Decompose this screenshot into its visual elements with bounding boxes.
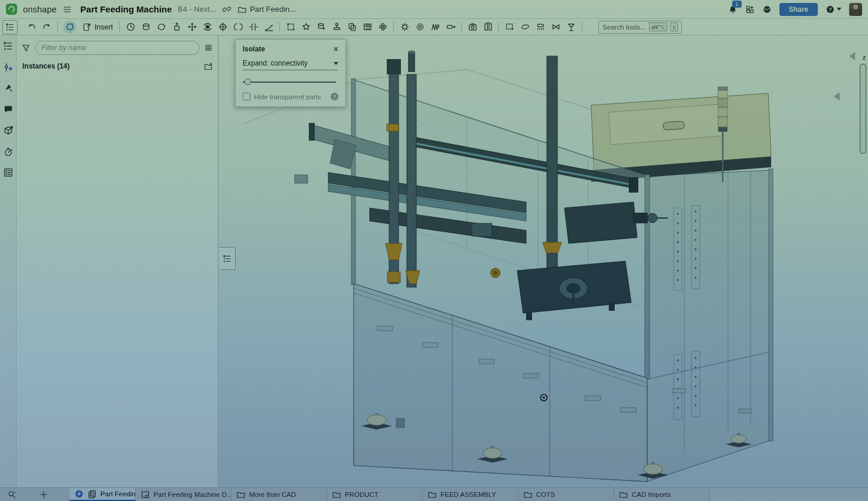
avatar[interactable]	[849, 3, 862, 16]
main-menu-icon[interactable]	[63, 5, 72, 14]
toolbar-separator	[393, 22, 394, 32]
onshape-logo-icon[interactable]	[6, 4, 17, 15]
expand-mode-select[interactable]: Expand: connectivity	[243, 59, 338, 70]
insert-button[interactable]: Insert	[79, 20, 116, 34]
bom-table-icon	[363, 22, 373, 32]
document-tab-cots[interactable]: COTS	[518, 488, 614, 501]
share-button[interactable]: Share	[779, 3, 818, 16]
fastened-mate-icon	[141, 22, 151, 32]
appearance-button[interactable]	[517, 20, 533, 34]
document-tab-part-feeding-machine[interactable]: Part Feeding Machine	[70, 488, 136, 501]
revolve-tool-button[interactable]	[298, 20, 314, 34]
history-icon	[126, 22, 136, 32]
insert-icon	[82, 22, 92, 32]
properties-panel-button[interactable]	[3, 125, 14, 136]
bom-panel-button[interactable]	[3, 167, 14, 178]
assembly-tree-button[interactable]	[3, 40, 14, 51]
search-tabs-icon[interactable]	[7, 490, 17, 499]
bom-panel-icon	[3, 167, 14, 178]
app-store-icon[interactable]	[745, 5, 755, 14]
filter-row: Filter by name	[17, 40, 218, 56]
notifications-button[interactable]: 1	[728, 4, 738, 15]
versions-panel-button[interactable]	[3, 146, 14, 157]
link-icon[interactable]	[222, 5, 231, 14]
properties-panel-icon	[3, 125, 14, 136]
panel-collapse-tab[interactable]	[219, 247, 236, 270]
transform-copy-button[interactable]	[344, 20, 360, 34]
planar-mate-button[interactable]	[184, 20, 200, 34]
folder-icon	[236, 490, 246, 499]
compare-button[interactable]	[480, 20, 495, 34]
display-states-button[interactable]	[533, 20, 548, 34]
toolbar-separator	[119, 22, 120, 32]
toolbar-separator	[461, 22, 462, 32]
panel-expand-arrow-icon[interactable]	[834, 92, 840, 100]
configurations-panel-button[interactable]	[3, 61, 14, 73]
rotate-view-button[interactable]	[63, 21, 76, 34]
undo-button[interactable]	[24, 20, 39, 34]
mate-connector-icon	[332, 22, 342, 32]
revolute-mate-button[interactable]	[154, 20, 169, 34]
section-view-button[interactable]	[502, 20, 517, 34]
tab-bar-empty-space	[710, 488, 868, 501]
help-icon[interactable]: ?	[331, 93, 338, 100]
comments-panel-button[interactable]	[3, 103, 14, 115]
tab-bar: Part Feeding MachinePart Feeding Machine…	[0, 487, 868, 501]
mate-connector-button[interactable]	[329, 20, 344, 34]
panel-expand-arrow-icon[interactable]	[849, 52, 855, 60]
filter-input[interactable]: Filter by name	[35, 41, 200, 55]
select-parts-button[interactable]	[314, 20, 329, 34]
filter-icon[interactable]	[21, 43, 31, 53]
hide-transparent-checkbox[interactable]	[243, 93, 250, 100]
new-tab-icon[interactable]	[39, 490, 48, 499]
list-view-icon[interactable]	[204, 43, 213, 53]
interference-button[interactable]	[548, 20, 563, 34]
redo-button[interactable]	[39, 20, 54, 34]
slider-mate-button[interactable]	[169, 20, 184, 34]
revolve-tool-icon	[301, 22, 311, 32]
document-tab-product[interactable]: PRODUCT	[327, 488, 423, 501]
spring-button[interactable]	[428, 20, 443, 34]
isolate-distance-slider[interactable]	[243, 79, 338, 86]
tangent-mate-button[interactable]	[261, 20, 276, 34]
breadcrumb[interactable]: Part Feedin...	[237, 5, 296, 14]
document-tab-more-than-cad[interactable]: More than CAD	[231, 488, 327, 501]
chevron-down-icon	[837, 8, 841, 11]
feature-settings-button[interactable]	[412, 20, 428, 34]
document-tab-part-feeding-machine-d[interactable]: Part Feeding Machine D...	[136, 488, 231, 501]
group-parts-button[interactable]	[283, 20, 298, 34]
cylindrical-mate-button[interactable]	[215, 20, 230, 34]
toolbar-separator	[582, 22, 582, 32]
close-icon[interactable]: ×	[334, 45, 338, 53]
snapshot-button[interactable]	[465, 20, 480, 34]
isolate-tool-button[interactable]	[563, 20, 579, 34]
named-positions-button[interactable]	[443, 20, 458, 34]
slider-knob[interactable]	[244, 79, 251, 85]
history-button[interactable]	[123, 20, 138, 34]
toolbar-separator	[57, 22, 58, 32]
appearance-panel-button[interactable]	[3, 83, 14, 94]
search-tools-field[interactable]: Search tools... alt/⌥ c	[598, 21, 682, 34]
cylindrical-mate-icon	[218, 22, 228, 32]
help-menu[interactable]	[825, 5, 841, 14]
document-tab-feed-assembly[interactable]: FEED ASSEMBLY	[423, 488, 518, 501]
instance-list-toggle-button[interactable]	[2, 20, 18, 34]
help-icon	[825, 5, 835, 14]
ball-mate-button[interactable]	[200, 20, 215, 34]
parallel-mate-button[interactable]	[246, 20, 261, 34]
rotate-view-icon	[65, 22, 75, 32]
fastened-mate-button[interactable]	[138, 20, 154, 34]
pin-slot-mate-button[interactable]	[230, 20, 246, 34]
tab-label: More than CAD	[249, 491, 296, 498]
bom-table-button[interactable]	[360, 20, 375, 34]
feature-settings-icon	[415, 22, 425, 32]
tab-label: PRODUCT	[345, 491, 378, 498]
document-tab-cad-imports[interactable]: CAD Imports	[614, 488, 710, 501]
version-label[interactable]: B4 - Next...	[178, 5, 216, 14]
view-widget[interactable]	[860, 64, 866, 154]
community-icon[interactable]	[762, 5, 772, 14]
configurations-button[interactable]	[397, 20, 412, 34]
spring-icon	[430, 22, 440, 32]
document-title[interactable]: Part Feeding Machine	[80, 4, 172, 14]
exploded-view-button[interactable]	[375, 20, 390, 34]
